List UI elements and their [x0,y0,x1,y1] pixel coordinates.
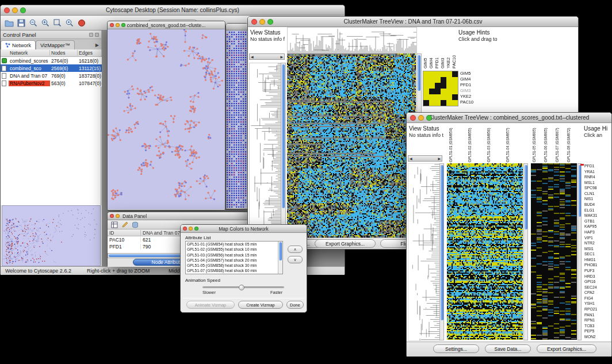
tab-network[interactable]: Network [1,40,36,49]
dendrogram-vscrollbar[interactable] [439,163,444,340]
zoom-selected-icon[interactable] [64,18,75,28]
zoom-window-icon[interactable] [267,19,273,25]
dialog-titlebar[interactable]: Map Colors to Network [181,225,307,233]
treeview1-titlebar[interactable]: ClusterMaker TreeView : DNA and Tran 07-… [248,17,578,27]
close-icon[interactable] [4,7,10,13]
scrollbar-thumb[interactable] [282,64,285,208]
network-row[interactable]: RNAPuberNov2563(0)107847(0) [1,79,102,87]
network-row[interactable]: combined_sco2569(6)13112(15) [1,64,102,72]
settings-button[interactable]: Settings... [433,344,479,353]
matrix-cell[interactable] [435,100,441,106]
animate-vizmap-button[interactable]: Animate Vizmap [186,301,235,309]
secondary-heatmap-canvas[interactable] [531,163,577,340]
matrix-cell[interactable] [452,71,458,77]
matrix-cell[interactable] [423,89,429,94]
matrix-cell[interactable] [429,71,435,77]
animation-speed-slider[interactable] [202,286,284,288]
attribute-database-icon[interactable] [131,221,139,229]
zoom-window-icon[interactable] [20,7,26,13]
zoom-window-icon[interactable] [194,227,198,231]
minimize-icon[interactable] [116,23,120,27]
network-overview-canvas[interactable] [2,206,100,266]
matrix-cell[interactable] [441,100,446,106]
network2-titlebar[interactable] [226,24,248,30]
zoom-out-icon[interactable] [28,18,39,28]
col-edges[interactable]: Edges [78,50,102,56]
network-row[interactable]: DNA and Tran 07769(0)183728(0) [1,72,102,79]
row-dendrogram-canvas[interactable] [408,163,440,341]
slider-knob[interactable] [239,285,244,290]
matrix-cell[interactable] [446,100,452,106]
matrix-cell[interactable] [452,100,458,106]
close-panel-icon[interactable] [95,33,99,37]
dendrogram-vscrollbar[interactable] [281,63,286,237]
matrix-cell[interactable] [429,100,435,106]
heatmap-canvas[interactable] [287,53,416,237]
matrix-cell[interactable] [441,94,446,100]
col-network[interactable]: Network [9,50,50,56]
matrix-cell[interactable] [423,83,429,89]
close-icon[interactable] [251,19,257,25]
edit-attribute-icon[interactable] [121,221,129,229]
network-canvas[interactable] [108,29,225,209]
scrollbar-thumb[interactable] [441,165,443,320]
row-dendrogram-canvas[interactable] [249,63,281,237]
zoom-in-icon[interactable] [40,18,51,28]
column-dendrogram-canvas[interactable] [287,27,417,53]
matrix-cell[interactable] [435,89,441,94]
dendrogram-scroll-strip[interactable]: ◀ ▶ [408,155,442,162]
matrix-cell[interactable] [429,77,435,83]
scrollbar-thumb[interactable] [525,165,527,229]
scroll-left-icon[interactable]: ◀ [410,156,412,160]
col-nodes[interactable]: Nodes [50,50,78,56]
gene-list-vscrollbar[interactable] [577,163,582,340]
attribute-listbox[interactable]: GPL51-01 (GSM854) heat shock 05 minGPL51… [185,241,283,274]
scrollbar-thumb[interactable] [418,55,420,91]
list-vscrollbar[interactable] [278,242,282,274]
select-attributes-icon[interactable] [110,221,118,229]
matrix-cell[interactable] [441,77,446,83]
zoom-window-icon[interactable] [426,115,432,121]
matrix-cell[interactable] [423,71,429,77]
attribute-list-item[interactable]: GPL51-01 (GSM854) heat shock 05 min [186,242,282,247]
matrix-cell[interactable] [435,94,441,100]
tab-vizmapper[interactable]: VizMapper™ [36,40,75,49]
network2-canvas[interactable] [226,30,248,208]
attribute-list-item[interactable]: GPL51-07 (GSM868) heat shock 60 min [186,268,282,273]
main-titlebar[interactable]: Cytoscape Desktop (Session Name: collins… [1,5,345,16]
close-icon[interactable] [110,23,114,27]
matrix-cell[interactable] [446,83,452,89]
heatmap-vscrollbar[interactable] [523,163,528,340]
zoom-fit-icon[interactable] [52,18,63,28]
col-id[interactable]: ID [108,230,141,236]
open-session-icon[interactable] [4,18,14,28]
create-vizmap-button[interactable]: Create Vizmap [238,301,283,309]
matrix-cell[interactable] [446,89,452,94]
matrix-cell[interactable] [429,89,435,94]
matrix-cell[interactable] [446,94,452,100]
matrix-cell[interactable] [452,89,458,94]
minimize-icon[interactable] [12,7,18,13]
minimize-icon[interactable] [189,227,193,231]
matrix-cell[interactable] [452,83,458,89]
treeview2-titlebar[interactable]: ClusterMaker TreeView : combined_scores_… [407,113,611,123]
scrollbar-thumb[interactable] [279,242,282,260]
annotation-icon[interactable] [76,18,87,28]
scrollbar-thumb[interactable] [579,165,581,217]
attribute-list-item[interactable]: GPL51-02 (GSM855) heat shock 10 min [186,247,282,252]
float-panel-icon[interactable] [89,33,93,37]
network-overview-panel[interactable] [2,205,101,266]
scroll-right-icon[interactable]: ▶ [438,156,441,160]
attribute-list-item[interactable]: GPL51-03 (GSM856) heat shock 15 min [186,252,282,258]
matrix-cell[interactable] [435,77,441,83]
zoom-window-icon[interactable] [121,23,125,27]
matrix-cell[interactable] [423,77,429,83]
move-up-button[interactable]: ∧ [288,246,303,253]
matrix-cell[interactable] [429,83,435,89]
matrix-cell[interactable] [446,77,452,83]
heatmap-canvas[interactable] [447,163,523,340]
matrix-cell[interactable] [446,71,452,77]
matrix-cell[interactable] [435,83,441,89]
save-session-icon[interactable] [16,18,26,28]
save-data-button[interactable]: Save Data... [485,344,531,353]
